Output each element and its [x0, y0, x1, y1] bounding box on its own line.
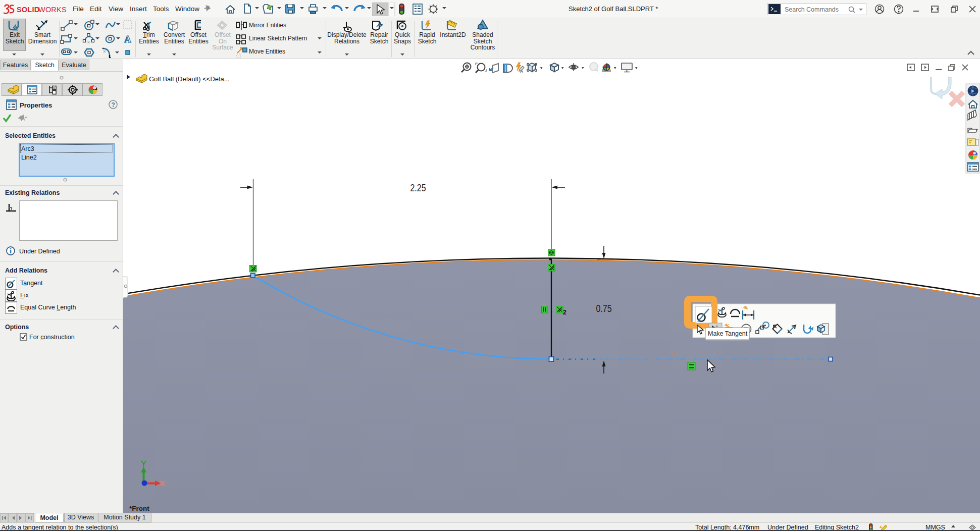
svg-text:Golf Ball (Default) <<Defa...: Golf Ball (Default) <<Defa...	[149, 75, 230, 83]
svg-text:?: ?	[112, 101, 115, 109]
svg-text:*Front: *Front	[129, 505, 149, 512]
svg-text:Make Tangent: Make Tangent	[708, 330, 748, 337]
svg-text:WORKS: WORKS	[38, 6, 67, 14]
svg-text:SOLID: SOLID	[17, 6, 39, 14]
svg-text:2.25: 2.25	[410, 182, 426, 193]
svg-text:0.75: 0.75	[596, 303, 612, 314]
svg-text:A: A	[520, 69, 523, 74]
svg-text:2: 2	[563, 309, 566, 316]
svg-text:A: A	[124, 34, 131, 44]
